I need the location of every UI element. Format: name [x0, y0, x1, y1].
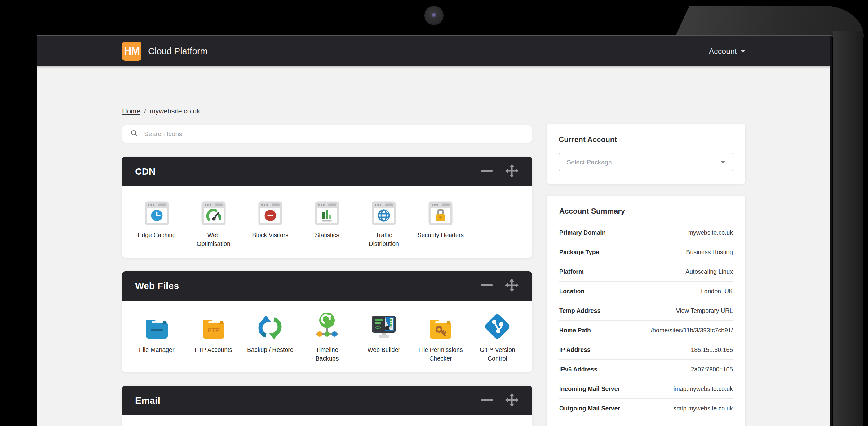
tile-label: Git™ Version Control	[479, 345, 515, 363]
tile-label: Security Headers	[417, 231, 464, 239]
section-title: Email	[135, 395, 160, 406]
section-header: CDN	[122, 157, 532, 186]
summary-row-package-type: Package TypeBusiness Hosting	[559, 242, 733, 262]
tile-backup-restore[interactable]: Backup / Restore	[242, 312, 299, 363]
summary-row-platform: PlatformAutoscaling Linux	[559, 262, 733, 281]
summary-value-link[interactable]: View Temporary URL	[676, 307, 733, 314]
tile-grid: Edge CachingWeb OptimisationBlock Visito…	[128, 197, 526, 248]
svg-text:<>: <>	[375, 325, 381, 331]
summary-label: Platform	[559, 268, 584, 275]
summary-row-ipv6-address: IPv6 Address2a07:7800::165	[559, 359, 733, 379]
summary-row-outgoing-mail-server: Outgoing Mail Serversmtp.mywebsite.co.uk	[559, 398, 733, 418]
brand[interactable]: HM Cloud Platform	[122, 41, 208, 61]
chevron-down-icon	[741, 50, 745, 53]
sections: CDNEdge CachingWeb OptimisationBlock Vis…	[122, 157, 532, 426]
tile-web-builder[interactable]: <>Web Builder	[355, 312, 412, 363]
statistics-icon	[315, 197, 339, 226]
current-account-card: Current Account Select Package	[547, 124, 745, 184]
tile-ftp-accounts[interactable]: FTPFTP Accounts	[185, 312, 242, 363]
file-permissions-checker-icon	[427, 312, 455, 340]
move-section-handle[interactable]	[505, 164, 519, 179]
account-menu[interactable]: Account	[709, 47, 745, 56]
summary-row-incoming-mail-server: Incoming Mail Serverimap.mywebsite.co.uk	[559, 379, 733, 398]
backup-restore-icon	[256, 312, 284, 340]
chevron-down-icon	[721, 159, 725, 165]
tile-label: Web Optimisation	[197, 231, 230, 248]
move-section-handle[interactable]	[505, 393, 519, 408]
tile-grid: File ManagerFTPFTP AccountsBackup / Rest…	[128, 312, 526, 363]
section-header: Web Files	[122, 271, 532, 301]
account-label: Account	[709, 47, 737, 56]
summary-label: Outgoing Mail Server	[559, 405, 620, 412]
tile-file-manager[interactable]: File Manager	[128, 312, 185, 363]
collapse-section-button[interactable]	[480, 393, 494, 408]
package-select-value: Select Package	[567, 158, 612, 166]
section-email: Email	[122, 386, 532, 426]
tile-label: Web Builder	[367, 345, 400, 354]
security-headers-icon	[428, 197, 453, 226]
summary-value-link[interactable]: mywebsite.co.uk	[688, 229, 733, 236]
device-mockup: HM Cloud Platform Account Home / mywebsi…	[0, 0, 868, 426]
block-visitors-icon	[258, 197, 283, 226]
section-web-files: Web FilesFile ManagerFTPFTP AccountsBack…	[122, 271, 532, 372]
tile-edge-caching[interactable]: Edge Caching	[128, 197, 185, 248]
summary-row-home-path: Home Path/home/sites/11b/3/393fc7cb91/	[559, 320, 733, 340]
ftp-accounts-icon: FTP	[199, 312, 227, 340]
summary-row-primary-domain: Primary Domainmywebsite.co.uk	[559, 223, 733, 242]
summary-value: imap.mywebsite.co.uk	[673, 385, 733, 393]
summary-label: Location	[559, 288, 584, 295]
summary-value: /home/sites/11b/3/393fc7cb91/	[651, 327, 733, 334]
tile-statistics[interactable]: Statistics	[299, 197, 355, 248]
brand-name: Cloud Platform	[148, 46, 208, 56]
summary-label: Primary Domain	[559, 229, 606, 236]
account-summary-title: Account Summary	[559, 207, 733, 215]
section-body: File ManagerFTPFTP AccountsBackup / Rest…	[122, 301, 532, 372]
tile-label: Backup / Restore	[247, 345, 293, 354]
breadcrumb: Home / mywebsite.co.uk	[122, 107, 532, 115]
tile-block-visitors[interactable]: Block Visitors	[242, 197, 299, 248]
current-account-title: Current Account	[559, 135, 734, 144]
section-tools	[480, 164, 519, 179]
side-column: Current Account Select Package Account S…	[547, 107, 745, 426]
tile-traffic-distribution[interactable]: Traffic Distribution	[355, 197, 412, 248]
account-summary-card: Account Summary Primary Domainmywebsite.…	[547, 195, 745, 426]
breadcrumb-current: mywebsite.co.uk	[150, 107, 200, 115]
summary-row-temp-address: Temp AddressView Temporary URL	[559, 301, 733, 320]
tile-label: Timeline Backups	[316, 345, 339, 363]
summary-value: Autoscaling Linux	[685, 268, 733, 275]
web-builder-icon: <>	[370, 312, 398, 340]
summary-label: Home Path	[559, 327, 591, 334]
svg-text:FTP: FTP	[207, 327, 220, 334]
move-section-handle[interactable]	[505, 278, 519, 294]
search-input[interactable]	[144, 130, 524, 138]
account-summary-rows: Primary Domainmywebsite.co.ukPackage Typ…	[559, 223, 733, 418]
summary-label: IPv6 Address	[559, 366, 597, 373]
tile-label: File Permissions Checker	[418, 345, 463, 363]
tile-web-optimisation[interactable]: Web Optimisation	[185, 197, 242, 248]
webcam-lens	[432, 13, 436, 18]
collapse-section-button[interactable]	[480, 164, 494, 179]
section-title: CDN	[135, 166, 156, 177]
summary-value: London, UK	[701, 288, 733, 295]
tile-label: Block Visitors	[252, 231, 289, 239]
git-version-control-icon	[483, 312, 511, 340]
tile-label: FTP Accounts	[195, 345, 232, 354]
section-tools	[480, 278, 519, 294]
tile-file-permissions-checker[interactable]: File Permissions Checker	[412, 312, 469, 363]
package-select[interactable]: Select Package	[559, 153, 734, 172]
tile-timeline-backups[interactable]: Timeline Backups	[299, 312, 355, 363]
tile-security-headers[interactable]: Security Headers	[412, 197, 469, 248]
breadcrumb-separator: /	[144, 107, 146, 115]
summary-value: 185.151.30.165	[691, 346, 733, 354]
tile-label: Edge Caching	[137, 231, 176, 239]
tile-git-version-control[interactable]: Git™ Version Control	[469, 312, 526, 363]
collapse-section-button[interactable]	[480, 278, 494, 293]
file-manager-icon	[143, 312, 171, 340]
breadcrumb-home-link[interactable]: Home	[122, 107, 141, 115]
tile-label: Traffic Distribution	[369, 231, 399, 248]
summary-label: IP Address	[559, 346, 591, 354]
summary-value: smtp.mywebsite.co.uk	[673, 405, 733, 412]
device-side-bezel	[833, 31, 863, 426]
timeline-backups-icon	[313, 312, 341, 340]
section-body	[122, 415, 532, 426]
